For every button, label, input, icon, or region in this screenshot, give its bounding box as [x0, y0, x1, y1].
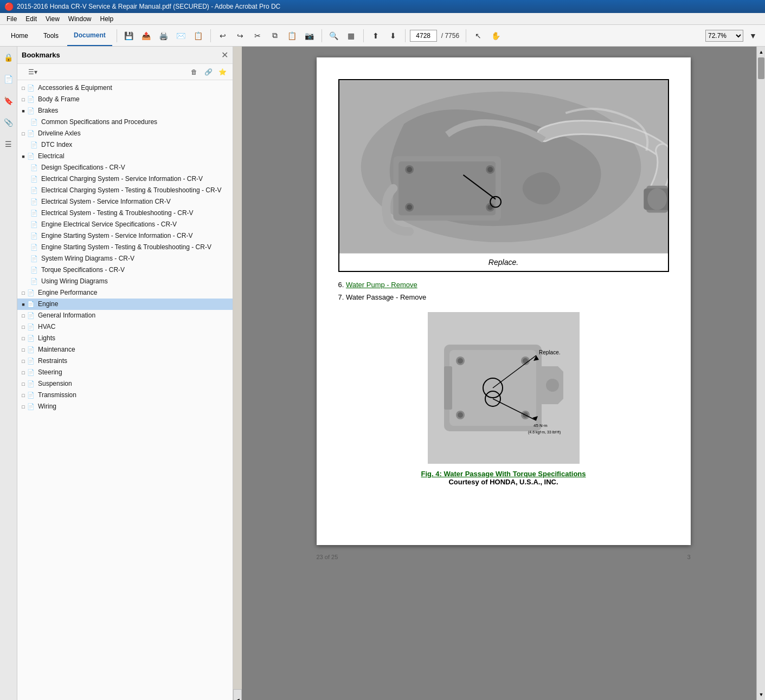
page-icon: 📄 — [27, 300, 36, 309]
bookmark-label: Engine Starting System - Service Informa… — [41, 231, 230, 241]
figure-caption[interactable]: Fig. 4: Water Passage With Torque Specif… — [338, 470, 669, 478]
snapshot-button[interactable]: 📷 — [302, 28, 317, 43]
list-item[interactable]: ■ 📄 Brakes — [17, 105, 233, 116]
content-area[interactable]: Replace. 6. Water Pump - Remove 7. Water… — [242, 47, 765, 700]
list-item[interactable]: 📄 Electrical Charging System - Service I… — [17, 173, 233, 185]
list-item[interactable]: □ 📄 HVAC — [17, 321, 233, 333]
list-item[interactable]: 📄 Engine Starting System - Service Infor… — [17, 230, 233, 242]
sidebar-icon-bookmark[interactable]: 🔖 — [2, 94, 15, 107]
list-item[interactable]: 📄 Engine Electrical Service Specificatio… — [17, 219, 233, 230]
redo-button[interactable]: ↪ — [233, 28, 248, 43]
toggle-icon[interactable]: □ — [20, 403, 27, 411]
toggle-icon[interactable]: □ — [20, 380, 27, 388]
list-item[interactable]: □ 📄 Body & Frame — [17, 94, 233, 105]
vertical-scrollbar[interactable]: ▲ ▼ — [756, 47, 765, 700]
menu-window[interactable]: Window — [64, 14, 96, 24]
scroll-down-button[interactable]: ▼ — [758, 691, 764, 698]
hand-tool[interactable]: ✋ — [488, 28, 503, 43]
toggle-icon[interactable]: ■ — [20, 300, 27, 309]
list-item[interactable]: □ 📄 Transmission — [17, 390, 233, 401]
sidebar-icon-layers[interactable]: ☰ — [2, 138, 15, 151]
scroll-thumb[interactable] — [758, 57, 764, 79]
sidebar-icon-lock[interactable]: 🔒 — [2, 51, 15, 64]
tab-tools[interactable]: Tools — [37, 25, 65, 46]
tab-home[interactable]: Home — [4, 25, 35, 46]
list-item[interactable]: 📄 Common Specifications and Procedures — [17, 116, 233, 128]
toggle-icon[interactable]: □ — [20, 129, 27, 138]
list-item[interactable]: 📄 Electrical System - Service Informatio… — [17, 196, 233, 208]
page-number-input[interactable] — [410, 30, 437, 42]
toggle-icon[interactable]: □ — [20, 323, 27, 332]
zoom-dropdown[interactable]: ▼ — [745, 28, 761, 43]
paste-button[interactable]: 📋 — [285, 28, 300, 43]
export-button[interactable]: 📋 — [191, 28, 206, 43]
zoom-select[interactable]: 72.7% 50% 75% 100% 125% 150% — [705, 30, 743, 42]
svg-text:45 N·m: 45 N·m — [533, 423, 548, 428]
list-item[interactable]: □ 📄 Suspension — [17, 378, 233, 390]
list-item[interactable]: 📄 Electrical System - Testing & Troubles… — [17, 208, 233, 219]
bookmark-close-button[interactable]: ✕ — [221, 50, 228, 60]
list-item[interactable]: □ 📄 Driveline Axles — [17, 128, 233, 139]
cut-button[interactable]: ✂ — [250, 28, 265, 43]
water-pump-link[interactable]: Water Pump - Remove — [346, 281, 417, 289]
bookmark-label: Torque Specifications - CR-V — [41, 265, 230, 275]
menu-file[interactable]: File — [2, 14, 21, 24]
list-item[interactable]: 📄 Electrical Charging System - Testing &… — [17, 185, 233, 196]
list-item[interactable]: 📄 DTC Index — [17, 139, 233, 151]
bookmark-options-button[interactable]: ☰▾ — [22, 66, 43, 78]
toggle-icon[interactable]: □ — [20, 391, 27, 400]
search-button[interactable]: 🔍 — [326, 28, 342, 43]
toggle-icon[interactable]: □ — [20, 346, 27, 354]
list-item[interactable]: □ 📄 General Information — [17, 310, 233, 321]
bookmark-label: General Information — [38, 311, 230, 320]
share-button[interactable]: 📤 — [139, 28, 154, 43]
bookmark-delete-button[interactable]: 🗑 — [188, 66, 200, 78]
list-item[interactable]: 📄 Design Specifications - CR-V — [17, 162, 233, 173]
page-icon: 📄 — [27, 357, 36, 366]
list-item[interactable]: □ 📄 Engine Performance — [17, 287, 233, 299]
scroll-up-button[interactable]: ▲ — [758, 49, 764, 55]
download-button[interactable]: ⬇ — [385, 28, 401, 43]
toggle-icon[interactable]: □ — [20, 312, 27, 320]
email-button[interactable]: ✉️ — [173, 28, 189, 43]
list-item[interactable]: □ 📄 Maintenance — [17, 344, 233, 355]
sidebar-icon-page[interactable]: 📄 — [2, 73, 15, 86]
toggle-icon[interactable]: □ — [20, 289, 27, 297]
list-item[interactable]: 📄 Torque Specifications - CR-V — [17, 264, 233, 276]
list-item[interactable]: □ 📄 Wiring — [17, 401, 233, 412]
svg-point-4 — [647, 189, 667, 210]
pages-button[interactable]: ▦ — [344, 28, 359, 43]
toggle-icon[interactable]: ■ — [20, 152, 27, 161]
undo-button[interactable]: ↩ — [215, 28, 230, 43]
engine-image-box: Replace. — [338, 79, 669, 272]
cursor-tool[interactable]: ↖ — [471, 28, 486, 43]
list-item[interactable]: □ 📄 Lights — [17, 333, 233, 344]
toggle-icon[interactable]: □ — [20, 334, 27, 343]
bookmark-add-button[interactable]: ⭐ — [216, 66, 228, 78]
toggle-icon[interactable]: □ — [20, 368, 27, 377]
tab-document[interactable]: Document — [67, 25, 112, 46]
bookmark-label: Electrical Charging System - Service Inf… — [41, 174, 230, 184]
save-button[interactable]: 💾 — [121, 28, 137, 43]
list-item[interactable]: 📄 Engine Starting System - Testing & Tro… — [17, 242, 233, 253]
menu-edit[interactable]: Edit — [21, 14, 41, 24]
toggle-icon[interactable]: □ — [20, 84, 27, 93]
list-item[interactable]: 📄 System Wiring Diagrams - CR-V — [17, 253, 233, 264]
list-item[interactable]: □ 📄 Accessories & Equipment — [17, 82, 233, 94]
list-item[interactable]: 📄 Using Wiring Diagrams — [17, 276, 233, 287]
list-item[interactable]: □ 📄 Restraints — [17, 355, 233, 367]
upload-button[interactable]: ⬆ — [368, 28, 383, 43]
copy-button[interactable]: ⧉ — [267, 28, 282, 43]
print-button[interactable]: 🖨️ — [156, 28, 171, 43]
bookmark-link-button[interactable]: 🔗 — [202, 66, 214, 78]
toggle-icon[interactable]: □ — [20, 95, 27, 104]
toggle-icon[interactable]: ■ — [20, 107, 27, 115]
menu-view[interactable]: View — [41, 14, 64, 24]
sidebar-icon-paperclip[interactable]: 📎 — [2, 116, 15, 129]
panel-collapse-arrow[interactable]: ◀ — [233, 689, 242, 700]
menu-help[interactable]: Help — [96, 14, 118, 24]
list-item[interactable]: ■ 📄 Engine — [17, 299, 233, 310]
toggle-icon[interactable]: □ — [20, 357, 27, 366]
list-item[interactable]: □ 📄 Steering — [17, 367, 233, 378]
list-item[interactable]: ■ 📄 Electrical — [17, 151, 233, 162]
